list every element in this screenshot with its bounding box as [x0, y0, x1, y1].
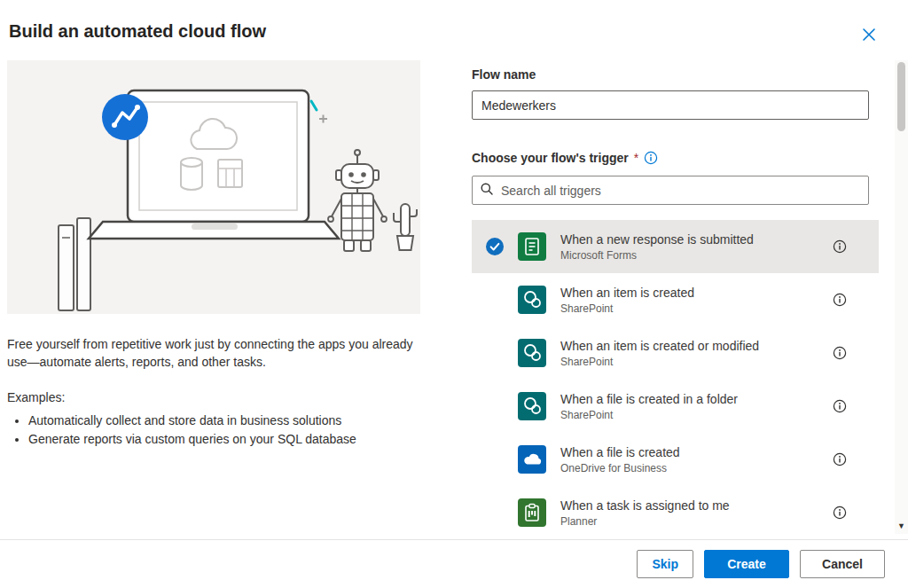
- cancel-button[interactable]: Cancel: [800, 550, 885, 578]
- trigger-title: When a file is created in a folder: [560, 391, 738, 407]
- flow-illustration: [7, 60, 420, 314]
- info-icon[interactable]: [833, 399, 847, 413]
- page-title: Build an automated cloud flow: [9, 21, 266, 42]
- trigger-title: When a task is assigned to me: [560, 498, 730, 514]
- scrollbar-thumb[interactable]: [897, 62, 905, 131]
- trigger-row-onedrive-file[interactable]: When a file is created OneDrive for Busi…: [472, 433, 879, 486]
- planner-icon: [518, 498, 546, 527]
- left-panel: Free yourself from repetitive work just …: [7, 60, 420, 449]
- info-icon[interactable]: [833, 293, 847, 307]
- check-slot-empty: [486, 451, 504, 468]
- trigger-title: When an item is created: [560, 285, 694, 301]
- trigger-subtitle: SharePoint: [560, 356, 759, 369]
- trigger-row-sp-file-folder[interactable]: When a file is created in a folder Share…: [472, 380, 879, 433]
- search-icon: [480, 182, 494, 200]
- search-input[interactable]: [501, 184, 861, 198]
- check-slot-empty: [486, 397, 504, 415]
- trigger-subtitle: SharePoint: [560, 409, 738, 422]
- trigger-row-sp-item-created[interactable]: When an item is created SharePoint: [472, 273, 879, 326]
- vertical-scrollbar[interactable]: ▼: [895, 60, 908, 534]
- trigger-info-icon[interactable]: [644, 151, 658, 165]
- sharepoint-icon: [518, 286, 546, 314]
- info-icon[interactable]: [833, 506, 847, 520]
- dialog-footer: Skip Create Cancel: [0, 539, 908, 588]
- build-flow-dialog: Build an automated cloud flow: [0, 0, 908, 588]
- examples-list: Automatically collect and store data in …: [7, 412, 420, 449]
- scrollbar-down-arrow[interactable]: ▼: [895, 520, 908, 532]
- check-slot-empty: [486, 291, 504, 309]
- skip-button[interactable]: Skip: [637, 550, 693, 578]
- microsoft-forms-icon: [518, 232, 546, 261]
- sharepoint-icon: [518, 339, 546, 367]
- trigger-title: When a new response is submitted: [560, 231, 754, 247]
- create-button[interactable]: Create: [704, 550, 789, 578]
- trigger-subtitle: Microsoft Forms: [560, 249, 754, 263]
- close-button[interactable]: [860, 27, 878, 44]
- onedrive-icon: [518, 445, 546, 474]
- trigger-row-planner-task[interactable]: When a task is assigned to me Planner: [472, 486, 879, 532]
- trigger-title: When an item is created or modified: [560, 338, 759, 354]
- intro-description: Free yourself from repetitive work just …: [7, 335, 417, 371]
- trigger-title: When a file is created: [560, 444, 680, 460]
- close-icon: [862, 27, 876, 44]
- trigger-row-sp-item-modified[interactable]: When an item is created or modified Shar…: [472, 326, 879, 380]
- flow-name-input[interactable]: [472, 90, 869, 120]
- flow-name-label: Flow name: [472, 67, 536, 82]
- trigger-search-box: [472, 176, 869, 205]
- trigger-label: Choose your flow's trigger: [472, 151, 629, 165]
- check-slot-empty: [486, 504, 504, 521]
- info-icon[interactable]: [833, 346, 847, 360]
- sharepoint-icon: [518, 392, 546, 420]
- trigger-list: When a new response is submitted Microso…: [472, 220, 879, 532]
- check-slot-empty: [486, 344, 504, 362]
- trigger-subtitle: OneDrive for Business: [560, 462, 680, 475]
- trigger-subtitle: SharePoint: [560, 302, 694, 316]
- example-item: Generate reports via custom queries on y…: [28, 430, 420, 449]
- illustration-graphic: [7, 60, 420, 314]
- required-mark: *: [634, 151, 638, 165]
- trigger-label-row: Choose your flow's trigger *: [472, 151, 658, 165]
- info-icon[interactable]: [833, 452, 847, 466]
- trigger-row-forms-response[interactable]: When a new response is submitted Microso…: [472, 220, 879, 273]
- info-icon[interactable]: [833, 239, 847, 254]
- example-item: Automatically collect and store data in …: [28, 412, 420, 430]
- trigger-subtitle: Planner: [560, 515, 730, 529]
- examples-label: Examples:: [7, 388, 420, 406]
- selected-check-icon: [486, 238, 504, 255]
